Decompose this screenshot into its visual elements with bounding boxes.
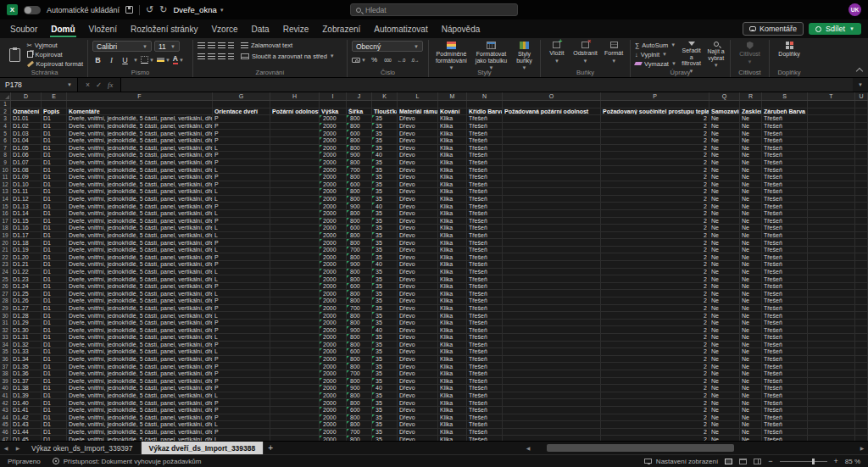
decrease-decimal-button[interactable]: .0→ xyxy=(409,54,420,65)
cell-K25[interactable]: 35 xyxy=(372,275,398,283)
cell-Q36[interactable]: Ne xyxy=(709,356,740,364)
cell-M18[interactable]: Klika xyxy=(438,225,467,232)
cell-L3[interactable]: Dřevo xyxy=(398,115,438,123)
cell-T30[interactable] xyxy=(808,312,855,320)
cell-H46[interactable] xyxy=(270,429,320,436)
clear-button[interactable]: Vymazat▼ xyxy=(635,59,676,68)
cell-I23[interactable]: 2000 xyxy=(320,261,347,269)
cell-Q27[interactable]: Ne xyxy=(709,290,740,297)
cell-T9[interactable] xyxy=(808,159,855,167)
cell-G18[interactable]: L xyxy=(213,225,270,232)
cell-P41[interactable]: 2 xyxy=(601,392,709,400)
align-left-icon[interactable] xyxy=(198,53,205,59)
cell-M30[interactable]: Klika xyxy=(438,312,467,320)
cell-O10[interactable] xyxy=(503,166,601,174)
cell-L6[interactable]: Dřevo xyxy=(398,137,438,145)
cell-D15[interactable]: D1.13 xyxy=(11,203,42,210)
cell-U45[interactable] xyxy=(855,421,868,429)
cell-H41[interactable] xyxy=(270,392,320,400)
cell-D39[interactable]: D1.37 xyxy=(11,378,42,386)
cell-I1[interactable] xyxy=(320,101,347,108)
accessibility-status[interactable]: Přístupnost: Dokument vyhovuje požadavků… xyxy=(53,458,202,465)
cell-E25[interactable]: D1 xyxy=(42,275,67,283)
cell-D44[interactable]: D1.42 xyxy=(11,414,42,422)
cell-L45[interactable]: Dřevo xyxy=(398,421,438,429)
cell-J7[interactable]: 800 xyxy=(347,145,372,153)
cell-G42[interactable]: P xyxy=(213,399,270,407)
row-header-25[interactable]: 25 xyxy=(0,275,11,283)
cell-M9[interactable]: Klika xyxy=(438,159,467,167)
cell-J35[interactable]: 600 xyxy=(347,348,372,356)
cell-M26[interactable]: Klika xyxy=(438,283,467,291)
cell-I44[interactable]: 2000 xyxy=(320,414,347,422)
cell-T3[interactable] xyxy=(808,115,855,123)
cell-I10[interactable]: 2000 xyxy=(320,166,347,174)
cell-E18[interactable]: D1 xyxy=(42,225,67,232)
font-size-select[interactable]: 11▼ xyxy=(154,41,180,52)
cell-K8[interactable]: 40 xyxy=(372,152,398,159)
cell-F12[interactable]: Dveře, vnitřní, jednokřídlé, 5 částí, pa… xyxy=(67,181,213,189)
cell-N24[interactable]: Třešeň xyxy=(467,269,503,276)
cell-I13[interactable]: 2000 xyxy=(320,188,347,196)
cell-I39[interactable]: 2000 xyxy=(320,378,347,386)
cell-K9[interactable]: 35 xyxy=(372,159,398,167)
cell-O41[interactable] xyxy=(503,392,601,400)
cell-D43[interactable]: D1.41 xyxy=(11,407,42,414)
cell-D25[interactable]: D1.23 xyxy=(11,275,42,283)
cell-Q23[interactable]: Ne xyxy=(709,261,740,269)
cell-T39[interactable] xyxy=(808,378,855,386)
cell-N5[interactable]: Třešeň xyxy=(467,130,503,137)
cell-U47[interactable] xyxy=(855,436,868,441)
row-header-27[interactable]: 27 xyxy=(0,290,11,297)
cell-S12[interactable]: Třešeň xyxy=(762,181,808,189)
cell-J21[interactable]: 700 xyxy=(347,247,372,254)
cell-G13[interactable]: L xyxy=(213,188,270,196)
cell-G5[interactable]: P xyxy=(213,130,270,137)
cell-N29[interactable]: Třešeň xyxy=(467,305,503,313)
column-header-E[interactable]: E xyxy=(42,92,67,100)
cell-L32[interactable]: Dřevo xyxy=(398,326,438,334)
align-top-icon[interactable] xyxy=(198,42,205,48)
cell-U16[interactable] xyxy=(855,210,868,218)
cell-R5[interactable]: Ne xyxy=(740,130,762,137)
cell-R16[interactable]: Ne xyxy=(740,210,762,218)
cell-M12[interactable]: Klika xyxy=(438,181,467,189)
conditional-formatting-button[interactable]: Podmíněné formátování▼ xyxy=(433,41,470,72)
cell-P25[interactable]: 2 xyxy=(601,275,709,283)
cell-J15[interactable]: 900 xyxy=(347,203,372,210)
cell-H32[interactable] xyxy=(270,326,320,334)
zoom-slider-thumb[interactable] xyxy=(812,459,815,464)
increase-decimal-button[interactable]: ←.0 xyxy=(396,54,407,65)
cell-E20[interactable]: D1 xyxy=(42,239,67,247)
cell-J26[interactable]: 600 xyxy=(347,283,372,291)
cell-N26[interactable]: Třešeň xyxy=(467,283,503,291)
cell-P11[interactable]: 2 xyxy=(601,174,709,181)
cell-T11[interactable] xyxy=(808,174,855,181)
cell-N45[interactable]: Třešeň xyxy=(467,421,503,429)
cell-P46[interactable]: 2 xyxy=(601,429,709,436)
cell-D19[interactable]: D1.17 xyxy=(11,232,42,240)
cell-J30[interactable]: 800 xyxy=(347,312,372,320)
cell-T42[interactable] xyxy=(808,399,855,407)
cell-O24[interactable] xyxy=(503,269,601,276)
cell-O25[interactable] xyxy=(503,275,601,283)
cell-N25[interactable]: Třešeň xyxy=(467,275,503,283)
cell-I28[interactable]: 2000 xyxy=(320,297,347,305)
cell-S1[interactable] xyxy=(762,101,808,108)
cell-N6[interactable]: Třešeň xyxy=(467,137,503,145)
cell-Q20[interactable]: Ne xyxy=(709,239,740,247)
cell-P17[interactable]: 2 xyxy=(601,218,709,225)
cell-O23[interactable] xyxy=(503,261,601,269)
font-color-button[interactable]: A▼ xyxy=(173,54,184,65)
cell-P19[interactable]: 2 xyxy=(601,232,709,240)
cell-O38[interactable] xyxy=(503,370,601,378)
cell-G3[interactable]: P xyxy=(213,115,270,123)
cell-I18[interactable]: 2000 xyxy=(320,225,347,232)
cell-N31[interactable]: Třešeň xyxy=(467,320,503,327)
cell-N23[interactable]: Třešeň xyxy=(467,261,503,269)
cell-N21[interactable]: Třešeň xyxy=(467,247,503,254)
ribbon-tab-zobrazen[interactable]: Zobrazení xyxy=(315,21,367,37)
cell-L21[interactable]: Dřevo xyxy=(398,247,438,254)
cell-G16[interactable]: L xyxy=(213,210,270,218)
cell-P3[interactable]: 2 xyxy=(601,115,709,123)
